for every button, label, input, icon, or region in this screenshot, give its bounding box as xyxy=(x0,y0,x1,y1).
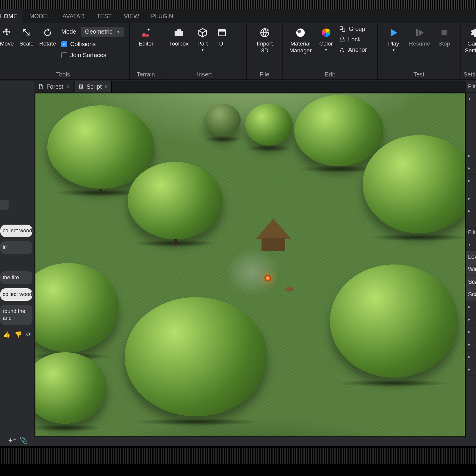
collisions-label: Collisions xyxy=(70,41,96,48)
explorer-row[interactable]: ▶ xyxy=(466,150,476,162)
chat-message-assistant: round theand xyxy=(0,305,32,325)
group-label: Group xyxy=(349,26,365,32)
toolbox-button[interactable]: Toolbox xyxy=(165,27,192,52)
explorer-row[interactable]: ▶ xyxy=(466,192,476,205)
close-icon[interactable]: × xyxy=(105,84,108,90)
property-row[interactable]: ▶ xyxy=(466,313,476,326)
property-row[interactable]: Window xyxy=(466,263,476,276)
resume-icon xyxy=(414,27,425,39)
sparkle-icon[interactable]: ✦⁺ xyxy=(8,437,17,444)
tab-home[interactable]: HOME xyxy=(0,9,23,23)
group-label-insert: Insert xyxy=(162,71,246,78)
resume-button[interactable]: Resume xyxy=(405,27,434,52)
editor-button[interactable]: Editor xyxy=(135,27,157,47)
tab-plugin[interactable]: PLUGIN xyxy=(146,9,178,23)
properties-filter-input[interactable]: Filter xyxy=(466,226,476,238)
material-manager-button[interactable]: Material Manager xyxy=(286,27,315,54)
rotate-icon xyxy=(42,27,54,39)
terrain-editor-icon xyxy=(140,27,152,39)
join-surfaces-label: Join Surfaces xyxy=(70,52,106,59)
window-bottom-decoration xyxy=(0,448,476,464)
join-surfaces-checkbox[interactable]: Join Surfaces xyxy=(61,52,124,59)
doc-tab-script[interactable]: Script × xyxy=(75,81,112,93)
group-label-test: Test xyxy=(378,71,460,78)
ui-icon xyxy=(216,27,228,39)
collisions-checkbox[interactable]: Collisions xyxy=(61,41,124,48)
move-label: Move xyxy=(0,40,14,47)
move-button[interactable]: Move xyxy=(0,27,17,47)
anchor-button[interactable]: Anchor xyxy=(339,46,367,53)
chat-panel: collect wood it! the fire collect wood r… xyxy=(0,200,34,434)
mode-value: Geometric xyxy=(85,28,112,35)
mode-dropdown[interactable]: Geometric ▼ xyxy=(81,27,124,37)
group-button[interactable]: Group xyxy=(339,26,367,32)
refresh-icon[interactable]: ⟳ xyxy=(26,331,31,338)
doc-tab-forest[interactable]: Forest × xyxy=(35,81,73,93)
part-button[interactable]: Part ▼ xyxy=(192,27,213,52)
svg-point-6 xyxy=(298,30,301,33)
scale-button[interactable]: Scale xyxy=(17,27,36,47)
doc-tab-script-label: Script xyxy=(87,83,102,90)
play-button[interactable]: Play ▼ xyxy=(382,27,405,52)
attachment-icon[interactable]: 📎 xyxy=(20,437,28,444)
ui-button[interactable]: UI xyxy=(213,27,231,52)
play-icon xyxy=(388,27,400,39)
group-label-file: File xyxy=(247,71,282,78)
tab-test[interactable]: TEST xyxy=(91,9,117,23)
property-row[interactable]: Level xyxy=(466,251,476,263)
ui-label: UI xyxy=(219,40,225,47)
group-label-edit: Edit xyxy=(283,71,377,78)
property-row[interactable]: ▶ xyxy=(466,301,476,313)
toolbox-label: Toolbox xyxy=(169,40,189,47)
ribbon-group-tools: Move Scale Rotate Mode: xyxy=(0,23,130,80)
gear-icon xyxy=(469,27,476,39)
tab-view[interactable]: VIEW xyxy=(118,9,144,23)
explorer-row[interactable]: ▶ xyxy=(466,205,476,217)
campfire-model[interactable] xyxy=(264,275,271,281)
import-3d-button[interactable]: Import 3D xyxy=(252,27,278,54)
explorer-row[interactable]: ▶ xyxy=(466,175,476,187)
thumbs-down-icon[interactable]: 👎 xyxy=(15,331,22,338)
material-label-1: Material xyxy=(290,40,311,47)
game-settings-button[interactable]: Game Settings xyxy=(464,27,476,54)
right-panel: Filter ▼ ▶ ▶ ▶ ▶ ▶ Filter ▼ Level Window… xyxy=(466,81,476,446)
document-icon xyxy=(38,84,43,89)
chevron-down-icon: ▼ xyxy=(117,30,120,34)
svg-rect-13 xyxy=(80,85,82,86)
hut-model[interactable] xyxy=(256,218,291,251)
lock-button[interactable]: Lock xyxy=(339,36,367,43)
property-row[interactable]: ▶ xyxy=(466,351,476,363)
properties-collapse[interactable]: ▼ xyxy=(466,238,476,251)
viewport-3d[interactable] xyxy=(35,93,466,437)
ribbon-group-terrain: Editor Terrain xyxy=(130,23,162,80)
property-row[interactable]: Scale xyxy=(466,288,476,301)
ribbon: Move Scale Rotate Mode: xyxy=(0,23,476,80)
property-row[interactable]: ▶ xyxy=(466,326,476,338)
explorer-collapse[interactable]: ▼ xyxy=(466,93,476,105)
checkbox-icon xyxy=(61,52,67,58)
rotate-button[interactable]: Rotate xyxy=(36,27,59,47)
move-icon xyxy=(1,27,13,39)
thumbs-up-icon[interactable]: 👍 xyxy=(3,331,10,338)
anchor-label: Anchor xyxy=(348,46,367,53)
svg-rect-14 xyxy=(80,86,82,87)
property-row[interactable]: Scale xyxy=(466,276,476,288)
color-button[interactable]: Color ▼ xyxy=(315,27,337,54)
chat-input-bar[interactable]: ✦⁺ 📎 xyxy=(8,437,28,444)
tab-model[interactable]: MODEL xyxy=(24,9,56,23)
chevron-down-icon: ▼ xyxy=(392,48,395,52)
part-label: Part xyxy=(198,40,208,47)
explorer-row[interactable]: ▶ xyxy=(466,162,476,175)
chat-bubble xyxy=(0,200,9,210)
checkbox-checked-icon xyxy=(61,41,67,47)
stop-button[interactable]: Stop xyxy=(434,27,455,52)
property-row[interactable]: ▶ xyxy=(466,363,476,376)
close-icon[interactable]: × xyxy=(66,84,70,90)
app-window: HOME MODEL AVATAR TEST VIEW PLUGIN Move xyxy=(0,9,476,446)
property-row[interactable]: ▶ xyxy=(466,338,476,351)
toolbox-icon xyxy=(173,27,185,39)
chevron-down-icon: ▼ xyxy=(324,48,328,52)
filter-input[interactable]: Filter xyxy=(466,81,476,93)
log-model[interactable] xyxy=(285,287,294,292)
tab-avatar[interactable]: AVATAR xyxy=(57,9,90,23)
